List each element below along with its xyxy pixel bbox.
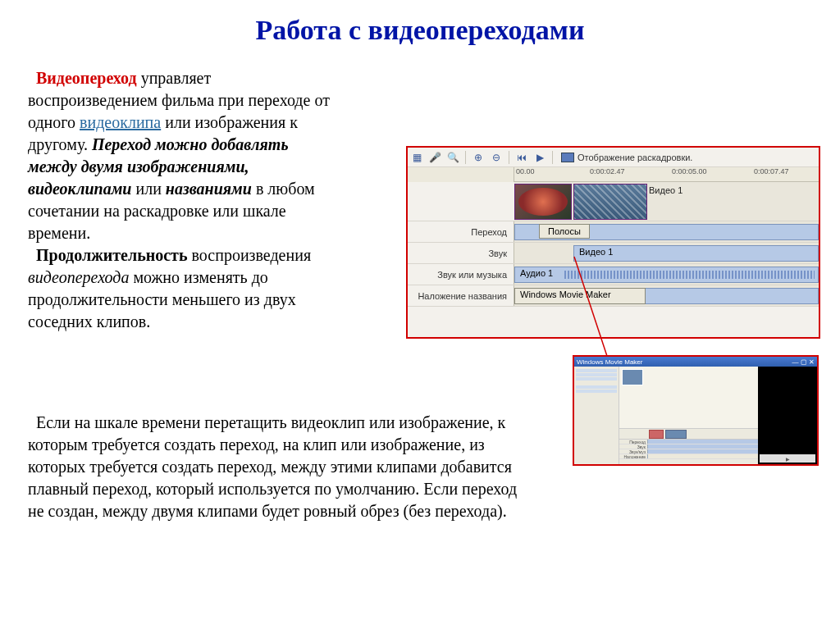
transition-track-row: Переход Полосы bbox=[408, 221, 819, 243]
sound-track[interactable]: Видео 1 bbox=[514, 243, 819, 263]
mini-play-icon[interactable]: ▶ bbox=[786, 456, 790, 462]
moviemaker-window-thumbnail: Windows Movie Maker — ▢ ✕ Переход Звук З… bbox=[573, 355, 819, 466]
storyboard-toggle-button[interactable]: Отображение раскадровки. bbox=[558, 153, 696, 162]
term-videotransition: Видеопереход bbox=[36, 69, 137, 87]
video-clip-1[interactable] bbox=[514, 184, 572, 220]
window-titlebar: Windows Movie Maker — ▢ ✕ bbox=[574, 357, 817, 367]
audio-clip-music[interactable]: Аудио 1 bbox=[514, 267, 819, 283]
tool-icon-2[interactable]: 🎤 bbox=[427, 150, 442, 165]
video-track[interactable]: Видео 1 bbox=[514, 182, 819, 221]
music-track[interactable]: Аудио 1 bbox=[514, 264, 819, 285]
title-overlay-clip[interactable]: Windows Movie Maker bbox=[514, 288, 646, 304]
mini-timeline[interactable]: Переход Звук Звук/муз Наложение bbox=[619, 428, 758, 464]
transition-clip[interactable]: Полосы bbox=[539, 224, 590, 239]
timeline-editor-panel: ▦ 🎤 🔍 ⊕ ⊖ ⏮ ▶ Отображение раскадровки. 0… bbox=[406, 146, 820, 339]
page-title: Работа с видеопереходами bbox=[0, 0, 840, 54]
track-label-transition: Переход bbox=[408, 221, 514, 242]
tool-icon-1[interactable]: ▦ bbox=[409, 150, 424, 165]
sound-track-row: Звук Видео 1 bbox=[408, 243, 819, 264]
video-track-row: Видео 1 bbox=[408, 182, 819, 221]
track-label-sound: Звук bbox=[408, 243, 514, 263]
storyboard-icon bbox=[561, 153, 574, 162]
zoom-out-icon[interactable]: ⊖ bbox=[489, 150, 504, 165]
timeline-toolbar: ▦ 🎤 🔍 ⊕ ⊖ ⏮ ▶ Отображение раскадровки. bbox=[408, 148, 819, 167]
zoom-in-icon[interactable]: ⊕ bbox=[471, 150, 486, 165]
preview-pane[interactable]: ▶ bbox=[758, 367, 817, 464]
track-label-overlay: Наложение названия bbox=[408, 285, 514, 306]
collection-pane[interactable]: Переход Звук Звук/муз Наложение bbox=[619, 367, 758, 464]
tool-icon-search[interactable]: 🔍 bbox=[445, 150, 460, 165]
description-text: Видеопереход управляет воспроизведением … bbox=[28, 67, 331, 333]
rewind-icon[interactable]: ⏮ bbox=[514, 150, 529, 165]
time-ruler[interactable]: 00.00 0:00:02.47 0:00:05.00 0:00:07.47 bbox=[514, 167, 819, 182]
music-track-row: Звук или музыка Аудио 1 bbox=[408, 264, 819, 285]
track-label-music: Звук или музыка bbox=[408, 264, 514, 285]
overlay-track[interactable]: Windows Movie Maker bbox=[514, 285, 819, 306]
play-icon[interactable]: ▶ bbox=[532, 150, 547, 165]
overlay-track-row: Наложение названия Windows Movie Maker bbox=[408, 285, 819, 307]
audio-clip-video1[interactable]: Видео 1 bbox=[573, 245, 819, 262]
description-lower: Если на шкале времени перетащить видеокл… bbox=[28, 412, 536, 522]
mini-clip-1[interactable] bbox=[649, 430, 664, 439]
mini-clip-2[interactable] bbox=[665, 430, 687, 439]
tasks-pane[interactable] bbox=[574, 367, 619, 464]
video-clip-2[interactable] bbox=[573, 184, 647, 220]
transition-track[interactable]: Полосы bbox=[514, 221, 819, 242]
link-videoclip[interactable]: видеоклипа bbox=[80, 113, 161, 131]
window-controls[interactable]: — ▢ ✕ bbox=[792, 358, 815, 366]
clip-name-label: Видео 1 bbox=[649, 185, 682, 195]
collection-thumbnail[interactable] bbox=[622, 369, 643, 385]
